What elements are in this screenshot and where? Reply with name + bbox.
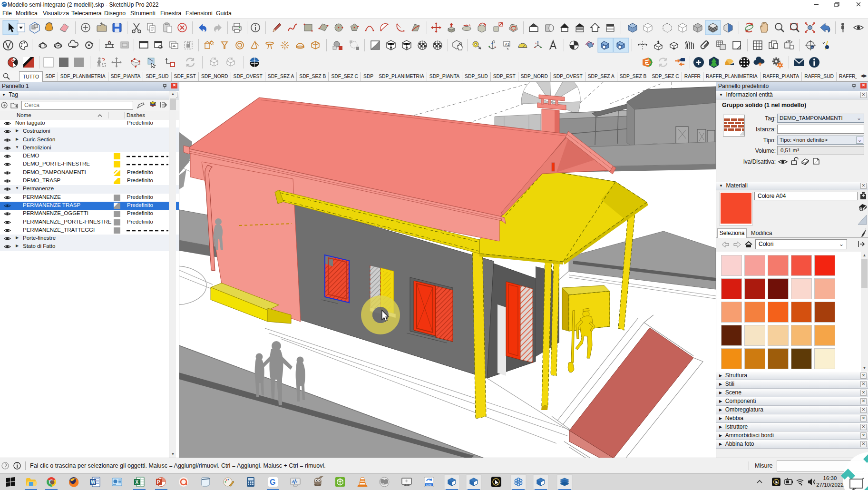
svg-text:W: W xyxy=(91,480,96,485)
svg-text:P: P xyxy=(157,480,160,485)
svg-text:Sync: Sync xyxy=(426,483,432,486)
svg-text:A1: A1 xyxy=(505,42,510,47)
svg-text:X: X xyxy=(136,480,139,485)
svg-text:G: G xyxy=(270,478,275,486)
svg-text:N: N xyxy=(811,46,813,49)
